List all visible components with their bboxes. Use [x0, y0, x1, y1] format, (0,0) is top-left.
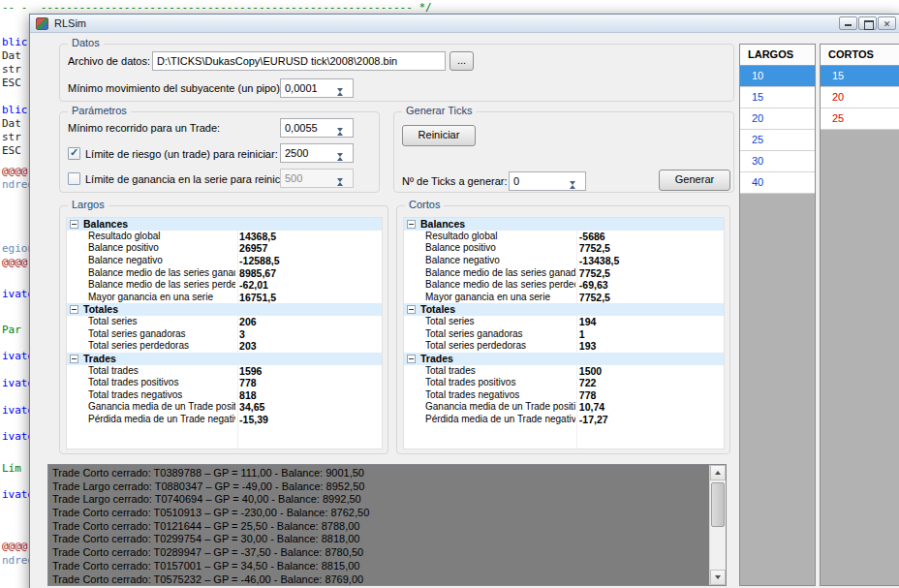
riesgo-value[interactable]: 2500: [285, 147, 308, 159]
stat-row[interactable]: Total trades negativos818: [67, 389, 382, 402]
riesgo-checkbox[interactable]: [68, 147, 80, 160]
stats-category-row[interactable]: Totales: [67, 303, 382, 316]
browse-button[interactable]: ...: [450, 51, 474, 71]
grid-cell[interactable]: 15: [821, 66, 899, 87]
stat-row[interactable]: Balance medio de las series ganadoras898…: [67, 267, 382, 280]
stat-row[interactable]: Resultado global14368,5: [67, 231, 382, 243]
stat-row[interactable]: Ganancia media de un Trade positivo34,65: [67, 401, 382, 414]
stat-row[interactable]: Mayor ganancia en una serie16751,5: [67, 292, 382, 304]
scroll-down-icon[interactable]: [710, 570, 726, 585]
pipo-stepper[interactable]: 0,0001: [280, 78, 354, 98]
stat-row[interactable]: Total series perdedoras193: [404, 340, 724, 353]
stat-row[interactable]: Balance medio de las series perdedoras-6…: [67, 279, 382, 292]
stat-row[interactable]: Balance positivo26957: [67, 242, 382, 255]
stat-row[interactable]: Total trades positivos778: [67, 377, 382, 389]
spin-down-icon[interactable]: [337, 182, 352, 194]
stat-row[interactable]: Pérdida media de un Trade negativo-15,39: [67, 414, 382, 426]
stat-row[interactable]: Mayor ganancia en una serie7752,5: [404, 292, 724, 304]
ticks-stepper[interactable]: 0: [509, 171, 586, 191]
stat-label: Balance negativo: [88, 255, 235, 266]
stat-row[interactable]: Total trades negativos778: [404, 389, 724, 402]
collapse-icon[interactable]: [407, 355, 416, 363]
stat-row[interactable]: Resultado global-5686: [404, 231, 724, 243]
spin-down-icon[interactable]: [337, 157, 352, 169]
stat-row[interactable]: Balance medio de las series ganadoras775…: [404, 267, 724, 280]
stat-row[interactable]: Total trades1500: [404, 365, 724, 378]
stat-label: Balance negativo: [425, 255, 575, 266]
column-header[interactable]: LARGOS: [740, 45, 815, 66]
collapse-icon[interactable]: [70, 355, 78, 363]
collapse-icon[interactable]: [70, 220, 78, 229]
stat-row[interactable]: Total trades positivos722: [404, 377, 724, 389]
grid-cell[interactable]: 25: [740, 130, 815, 151]
spin-down-icon[interactable]: [570, 185, 584, 197]
trade-log-textbox[interactable]: Trade Corto cerrado: T0389788 – GP = 111…: [47, 464, 727, 586]
rlsim-window: RLSim Datos Archivo de datos: D:\TICKS\D…: [29, 14, 899, 588]
stat-label: Mayor ganancia en una serie: [425, 292, 575, 303]
minimize-button[interactable]: [839, 16, 857, 30]
stat-value: 194: [579, 316, 597, 327]
stat-value: 193: [579, 340, 597, 352]
stat-row[interactable]: Total series perdedoras203: [67, 340, 382, 353]
largos-stats-grid: BalancesResultado global14368,5Balance p…: [66, 217, 383, 449]
close-button[interactable]: [878, 16, 896, 30]
recorrido-stepper[interactable]: 0,0055: [280, 118, 354, 138]
log-line: Trade Largo cerrado: T0880347 – GP = -49…: [52, 480, 707, 494]
log-scrollbar[interactable]: [709, 465, 726, 585]
ticks-value[interactable]: 0: [513, 175, 519, 187]
stats-category-row[interactable]: Totales: [404, 303, 724, 316]
collapse-icon[interactable]: [70, 305, 78, 314]
stat-label: Ganancia media de un Trade positivo: [88, 401, 235, 413]
archivo-input[interactable]: D:\TICKS\DukasCopy\EURUSD tick\2008\2008…: [152, 51, 446, 71]
stats-category-row[interactable]: Trades: [404, 353, 724, 365]
grid-cell[interactable]: 20: [740, 108, 815, 130]
grid-cell[interactable]: 15: [740, 87, 815, 108]
maximize-button[interactable]: [858, 16, 877, 30]
stat-value: 8985,67: [239, 267, 276, 279]
stats-category-row[interactable]: Balances: [67, 218, 382, 231]
group-parametros: Parámetros Mínimo recorrido para un Trad…: [59, 111, 380, 193]
stat-row[interactable]: Balance medio de las series perdedoras-6…: [404, 279, 724, 292]
ganancia-value[interactable]: 500: [285, 172, 302, 184]
spin-down-icon[interactable]: [337, 132, 352, 143]
collapse-icon[interactable]: [407, 220, 416, 229]
window-titlebar[interactable]: RLSim: [30, 15, 899, 33]
stats-category-row[interactable]: Balances: [404, 218, 724, 231]
category-name: Balances: [420, 218, 465, 230]
code-fragment: blic: [2, 36, 28, 48]
stat-row[interactable]: Balance positivo7752,5: [404, 242, 724, 255]
ganancia-stepper[interactable]: 500: [280, 169, 354, 188]
grid-cell[interactable]: 25: [821, 108, 899, 130]
grid-cell[interactable]: 20: [821, 87, 899, 108]
stat-row[interactable]: Total series206: [67, 316, 382, 328]
stat-row[interactable]: Total series ganadoras1: [404, 328, 724, 341]
pipo-label: Mínimo movimiento del subyacente (un pip…: [68, 82, 283, 94]
collapse-icon[interactable]: [407, 305, 416, 314]
code-fragment: str: [2, 63, 21, 76]
stats-category-row[interactable]: Trades: [67, 353, 382, 365]
scroll-up-icon[interactable]: [710, 465, 726, 480]
grid-cell[interactable]: 30: [740, 151, 815, 172]
category-name: Trades: [83, 353, 116, 364]
spin-down-icon[interactable]: [337, 92, 352, 104]
riesgo-stepper[interactable]: 2500: [280, 143, 354, 163]
stat-row[interactable]: Balance negativo-12588,5: [67, 255, 382, 267]
scrollbar-thumb[interactable]: [711, 482, 725, 527]
stat-row[interactable]: Total series ganadoras3: [67, 328, 382, 341]
stat-row[interactable]: Pérdida media de un Trade negativo-17,27: [404, 414, 724, 426]
recorrido-value[interactable]: 0,0055: [285, 122, 318, 134]
reiniciar-button[interactable]: Reiniciar: [402, 125, 476, 146]
stat-row[interactable]: Total trades1596: [67, 365, 382, 378]
generar-button[interactable]: Generar: [659, 170, 730, 191]
stat-row[interactable]: Total series194: [404, 316, 724, 328]
ganancia-checkbox[interactable]: [68, 172, 80, 185]
stat-value: 778: [239, 377, 257, 388]
stat-row[interactable]: Ganancia media de un Trade positivo10,74: [404, 401, 724, 414]
grid-cell[interactable]: 10: [740, 66, 815, 87]
grid-cell[interactable]: 40: [740, 172, 815, 194]
pipo-value[interactable]: 0,0001: [285, 82, 318, 94]
column-header[interactable]: CORTOS: [821, 45, 899, 66]
stat-value: -62,01: [239, 279, 268, 291]
stat-row[interactable]: Balance negativo-13438,5: [404, 255, 724, 267]
stat-label: Balance medio de las series perdedoras: [425, 279, 575, 291]
